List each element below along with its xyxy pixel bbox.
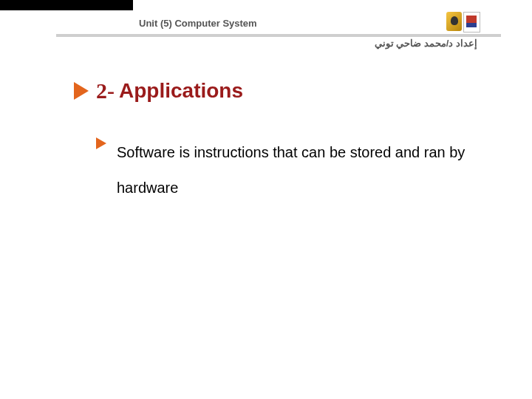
- body-text: Software is instructions that can be sto…: [117, 134, 473, 205]
- triangle-bullet-icon: [96, 137, 106, 149]
- section-heading: 2- Applications: [74, 78, 243, 103]
- author-credit: إعداد د/محمد ضاحي توني: [375, 38, 477, 49]
- header: Unit (5) Computer System: [139, 16, 488, 31]
- section-number: 2-: [96, 78, 115, 103]
- header-divider: [56, 34, 501, 37]
- body-content: Software is instructions that can be sto…: [96, 134, 473, 205]
- bullet-row: Software is instructions that can be sto…: [96, 134, 473, 205]
- section-title: Applications: [119, 79, 243, 103]
- top-black-bar: [0, 0, 133, 10]
- unit-title: Unit (5) Computer System: [139, 18, 257, 29]
- triangle-bullet-icon: [74, 82, 89, 100]
